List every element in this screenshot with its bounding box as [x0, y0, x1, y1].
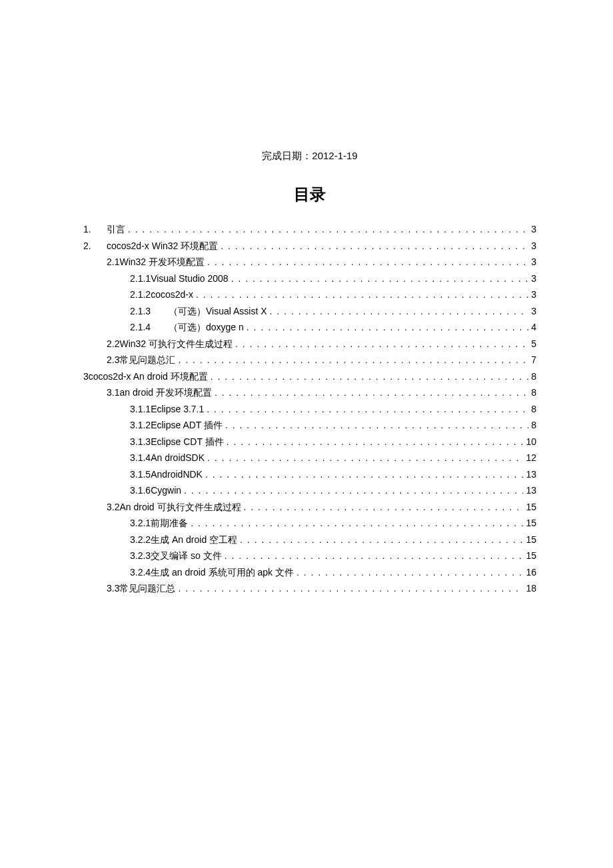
- toc-leader-dots: . . . . . . . . . . . . . . . . . . . . …: [207, 450, 523, 466]
- toc-entry-title: Win32 开发环境配置: [119, 254, 205, 270]
- toc-entry-number: 3.3: [107, 580, 119, 597]
- toc-entry-page: 15: [526, 499, 536, 516]
- toc-entry: 2.1.2 cocos2d-x. . . . . . . . . . . . .…: [83, 286, 536, 303]
- toc-entry: 2.1 Win32 开发环境配置. . . . . . . . . . . . …: [83, 254, 536, 270]
- toc-entry: 2.1.4（可选）doxyge n. . . . . . . . . . . .…: [83, 319, 536, 336]
- toc-leader-dots: . . . . . . . . . . . . . . . . . . . . …: [191, 515, 523, 532]
- toc-leader-dots: . . . . . . . . . . . . . . . . . . . . …: [196, 286, 528, 303]
- toc-entry: 3.2.3 交叉编译 so 文件. . . . . . . . . . . . …: [83, 548, 536, 564]
- toc-entry: 3.1.6 Cygwin. . . . . . . . . . . . . . …: [83, 482, 536, 499]
- toc-entry-number: 3.2.4: [130, 564, 151, 581]
- document-page: 完成日期：2012-1-19 目录 1.引言. . . . . . . . . …: [0, 0, 613, 597]
- toc-entry-page: 7: [531, 352, 536, 368]
- toc-entry: 2.cocos2d-x Win32 环境配置. . . . . . . . . …: [83, 238, 536, 254]
- toc-entry-number: 2.2: [107, 336, 119, 352]
- completion-date-line: 完成日期：2012-1-19: [83, 150, 536, 163]
- toc-entry-page: 16: [526, 564, 536, 581]
- toc-entry-title: （可选）doxyge n: [169, 319, 244, 336]
- toc-entry: 3.2 An droid 可执行文件生成过程. . . . . . . . . …: [83, 499, 536, 516]
- toc-leader-dots: . . . . . . . . . . . . . . . . . . . . …: [297, 564, 524, 581]
- toc-entry-number: 3: [83, 368, 89, 385]
- toc-entry-page: 3: [531, 270, 536, 287]
- toc-entry-number: 2.: [83, 238, 107, 254]
- toc-entry-title: 前期准备: [151, 515, 188, 532]
- toc-entry-page: 8: [531, 417, 536, 434]
- toc-entry-number: 3.1.6: [130, 482, 151, 499]
- toc-entry-title: 交叉编译 so 文件: [151, 548, 222, 564]
- toc-entry-title: Eclipse ADT 插件: [151, 417, 223, 434]
- toc-entry: 1.引言. . . . . . . . . . . . . . . . . . …: [83, 221, 536, 238]
- toc-entry-title: cocos2d-x An droid 环境配置: [89, 368, 208, 385]
- toc-entry: 3.2.1 前期准备. . . . . . . . . . . . . . . …: [83, 515, 536, 532]
- toc-entry-page: 18: [526, 580, 536, 597]
- toc-entry-title: an droid 开发环境配置: [119, 384, 211, 401]
- toc-entry-number: 3.1.4: [130, 450, 151, 466]
- toc-entry-page: 15: [526, 548, 536, 564]
- toc-entry: 3.1.4 An droidSDK. . . . . . . . . . . .…: [83, 450, 536, 466]
- toc-entry-title: Win32 可执行文件生成过程: [119, 336, 233, 352]
- toc-leader-dots: . . . . . . . . . . . . . . . . . . . . …: [231, 270, 529, 287]
- toc-leader-dots: . . . . . . . . . . . . . . . . . . . . …: [240, 532, 523, 548]
- toc-entry-title: Eclipse 3.7.1: [151, 401, 204, 418]
- toc-entry-page: 15: [526, 515, 536, 532]
- toc-entry-title: cocos2d-x Win32 环境配置: [107, 238, 218, 254]
- toc-entry-title: 常见问题总汇: [119, 352, 175, 368]
- toc-entry-number: 2.1.3: [130, 303, 169, 320]
- toc-entry-number: 2.3: [107, 352, 119, 368]
- toc-leader-dots: . . . . . . . . . . . . . . . . . . . . …: [225, 548, 524, 564]
- toc-leader-dots: . . . . . . . . . . . . . . . . . . . . …: [215, 384, 528, 401]
- toc-leader-dots: . . . . . . . . . . . . . . . . . . . . …: [178, 352, 528, 368]
- toc-leader-dots: . . . . . . . . . . . . . . . . . . . . …: [178, 580, 523, 597]
- toc-entry-number: 1.: [83, 221, 107, 238]
- toc-entry: 3.2.4 生成 an droid 系统可用的 apk 文件. . . . . …: [83, 564, 536, 581]
- toc-entry-title: An droid 可执行文件生成过程: [119, 499, 241, 516]
- toc-entry-number: 3.2.3: [130, 548, 151, 564]
- toc-leader-dots: . . . . . . . . . . . . . . . . . . . . …: [270, 303, 529, 320]
- toc-entry-number: 3.1.3: [130, 434, 151, 450]
- toc-entry-number: 2.1: [107, 254, 119, 270]
- toc-entry: 3 cocos2d-x An droid 环境配置. . . . . . . .…: [83, 368, 536, 385]
- toc-entry-page: 3: [531, 221, 536, 238]
- toc-entry-page: 3: [531, 254, 536, 270]
- toc-entry-page: 13: [526, 482, 536, 499]
- toc-entry-page: 8: [531, 368, 536, 385]
- toc-entry-title: 引言: [107, 221, 125, 238]
- toc-entry-number: 3.1.2: [130, 417, 151, 434]
- toc-leader-dots: . . . . . . . . . . . . . . . . . . . . …: [207, 401, 528, 418]
- toc-entry-page: 3: [531, 303, 536, 320]
- toc-entry-number: 3.1: [107, 384, 119, 401]
- toc-entry: 2.1.1 Visual Studio 2008. . . . . . . . …: [83, 270, 536, 287]
- toc-entry-number: 3.2: [107, 499, 119, 516]
- toc-entry-title: cocos2d-x: [151, 286, 193, 303]
- toc-list: 1.引言. . . . . . . . . . . . . . . . . . …: [83, 221, 536, 597]
- toc-entry-title: 生成 an droid 系统可用的 apk 文件: [151, 564, 294, 581]
- toc-entry-page: 15: [526, 532, 536, 548]
- toc-entry-page: 13: [526, 466, 536, 483]
- toc-leader-dots: . . . . . . . . . . . . . . . . . . . . …: [207, 254, 528, 270]
- toc-entry-number: 3.1.5: [130, 466, 151, 483]
- toc-leader-dots: . . . . . . . . . . . . . . . . . . . . …: [244, 499, 524, 516]
- toc-entry-page: 3: [531, 286, 536, 303]
- toc-entry-title: An droidSDK: [151, 450, 205, 466]
- toc-entry-title: 生成 An droid 空工程: [151, 532, 237, 548]
- toc-entry: 3.1.5 AndroidNDK. . . . . . . . . . . . …: [83, 466, 536, 483]
- toc-entry-title: Visual Studio 2008: [151, 270, 229, 287]
- toc-entry: 3.3 常见问题汇总. . . . . . . . . . . . . . . …: [83, 580, 536, 597]
- toc-entry: 2.2 Win32 可执行文件生成过程. . . . . . . . . . .…: [83, 336, 536, 352]
- toc-leader-dots: . . . . . . . . . . . . . . . . . . . . …: [247, 319, 528, 336]
- toc-entry-page: 4: [531, 319, 536, 336]
- toc-entry-page: 3: [531, 238, 536, 254]
- toc-leader-dots: . . . . . . . . . . . . . . . . . . . . …: [225, 417, 528, 434]
- toc-leader-dots: . . . . . . . . . . . . . . . . . . . . …: [128, 221, 528, 238]
- toc-entry-title: （可选）Visual Assist X: [169, 303, 267, 320]
- completion-date-label: 完成日期：: [262, 150, 312, 161]
- toc-leader-dots: . . . . . . . . . . . . . . . . . . . . …: [184, 482, 523, 499]
- toc-entry: 3.1.1 Eclipse 3.7.1. . . . . . . . . . .…: [83, 401, 536, 418]
- toc-entry: 2.1.3（可选）Visual Assist X. . . . . . . . …: [83, 303, 536, 320]
- toc-entry-page: 8: [531, 384, 536, 401]
- completion-date-value: 2012-1-19: [312, 150, 357, 161]
- toc-entry: 2.3 常见问题总汇. . . . . . . . . . . . . . . …: [83, 352, 536, 368]
- toc-leader-dots: . . . . . . . . . . . . . . . . . . . . …: [205, 466, 523, 483]
- toc-heading: 目录: [83, 184, 536, 205]
- toc-entry-page: 5: [531, 336, 536, 352]
